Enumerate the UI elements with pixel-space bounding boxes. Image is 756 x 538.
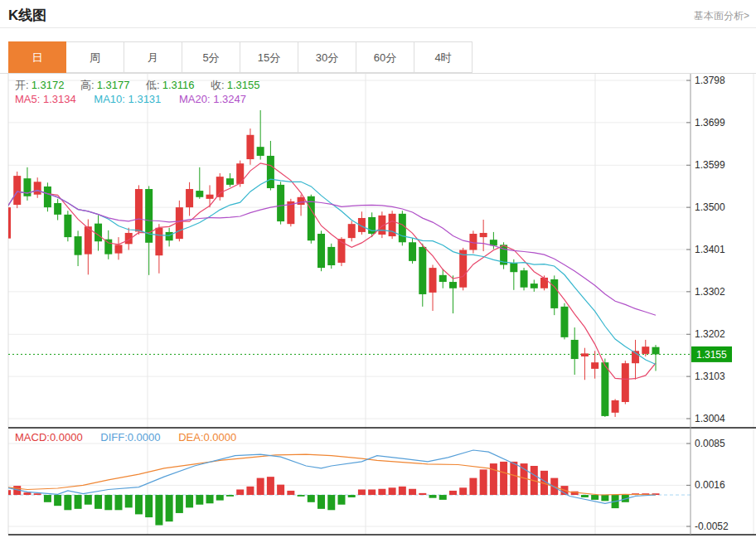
macd-legend: MACD:0.0000 DIFF:0.0000 DEA:0.0000	[15, 431, 251, 443]
title-divider	[0, 27, 756, 28]
axis-tick-label: 1.3798	[695, 75, 725, 86]
macd-bar	[34, 493, 41, 495]
axis-tick-label: -0.0052	[695, 521, 729, 532]
axis-tick-label: 0.0016	[695, 479, 725, 491]
candle-body	[327, 247, 335, 265]
macd-bar	[480, 469, 487, 495]
candle-body	[13, 176, 21, 205]
candle-body	[601, 362, 608, 416]
macd-bar	[409, 489, 416, 495]
macd-bar	[358, 489, 366, 495]
tab-15min[interactable]: 15分	[240, 41, 298, 73]
macd-bar	[378, 489, 385, 495]
macd-bar	[399, 487, 406, 495]
macd-bar	[3, 490, 11, 495]
axis-tick-label: 1.3004	[695, 413, 725, 424]
macd-bar	[308, 495, 315, 502]
macd-bar	[601, 495, 608, 501]
axis-tick-label: 1.3202	[695, 328, 725, 340]
macd-bar	[368, 489, 376, 495]
tab-week[interactable]: 周	[66, 41, 124, 73]
macd-bar	[337, 495, 345, 505]
macd-bar	[44, 495, 51, 502]
axis-tick-label: 1.3302	[695, 286, 725, 298]
macd-bar	[226, 495, 234, 497]
candle-body	[419, 247, 426, 294]
candle-body	[480, 233, 487, 237]
macd-bar	[246, 487, 254, 495]
dea-value-legend: DEA:0.0000	[178, 431, 236, 443]
candle-body	[94, 224, 102, 242]
candle-body	[439, 275, 447, 282]
close-value: 1.3155	[227, 79, 260, 91]
macd-bar	[114, 495, 122, 510]
candle-body	[622, 363, 629, 402]
candle-body	[317, 234, 325, 268]
candle-body	[612, 400, 619, 413]
macd-bar	[206, 495, 214, 503]
candle-body	[135, 189, 143, 231]
macd-bar	[439, 495, 447, 500]
candles-layer	[3, 110, 660, 417]
candle-body	[540, 278, 548, 288]
candle-body	[348, 224, 356, 238]
macd-bar	[176, 495, 183, 513]
macd-bar	[459, 487, 467, 495]
candle-body	[155, 228, 162, 255]
ma10-legend: MA10: 1.3131	[94, 93, 161, 105]
candle-body	[34, 182, 41, 194]
period-tabbar: 日 周 月 5分 15分 30分 60分 4时	[8, 41, 472, 73]
candle-body	[226, 178, 234, 185]
axis-tick-label: 0.0085	[695, 438, 725, 449]
candle-body	[399, 214, 406, 242]
candle-body	[642, 347, 649, 354]
tab-day[interactable]: 日	[8, 41, 66, 73]
macd-bar	[155, 495, 162, 525]
ma5-legend: MA5: 1.3134	[15, 93, 76, 105]
ohlc-legend: 开:1.3172 高:1.3177 低:1.3116 收:1.3155	[15, 78, 273, 93]
macd-bar	[104, 495, 112, 510]
tab-4hour[interactable]: 4时	[414, 41, 472, 73]
candle-body	[308, 196, 315, 240]
candle-body	[510, 263, 517, 272]
candle-body	[114, 245, 122, 253]
macd-bar	[186, 495, 193, 507]
macd-histogram	[3, 462, 660, 526]
tab-5min[interactable]: 5分	[182, 41, 240, 73]
candle-body	[246, 135, 254, 159]
axis-tick-label: 1.3699	[695, 117, 725, 128]
axis-tick-label: 1.3103	[695, 371, 725, 382]
high-label: 高:	[80, 79, 94, 91]
high-value: 1.3177	[97, 79, 130, 91]
candle-body	[85, 226, 92, 254]
open-label: 开:	[15, 79, 29, 91]
candle-body	[560, 307, 568, 337]
macd-bar	[267, 477, 274, 495]
macd-bar	[196, 495, 203, 505]
candle-body	[429, 268, 437, 293]
candle-body	[267, 156, 274, 188]
current-price-badge: 1.3155	[691, 347, 732, 362]
candle-body	[104, 240, 112, 254]
tab-month[interactable]: 月	[124, 41, 182, 73]
candle-body	[206, 195, 214, 199]
macd-bar	[125, 495, 133, 507]
macd-bar	[94, 495, 102, 509]
candle-body	[591, 362, 598, 369]
macd-bar	[54, 495, 61, 506]
candle-body	[166, 232, 173, 240]
macd-bar	[23, 492, 31, 495]
fundamental-analysis-link[interactable]: 基本面分析>	[694, 9, 749, 23]
candle-body	[3, 207, 11, 239]
tab-60min[interactable]: 60分	[356, 41, 414, 73]
macd-bar	[166, 495, 173, 521]
diff-value-legend: DIFF:0.0000	[100, 431, 160, 443]
close-label: 收:	[211, 79, 225, 91]
candle-body	[531, 284, 538, 288]
candle-body	[236, 163, 244, 184]
grid-layer	[8, 73, 754, 535]
macd-bar	[449, 491, 457, 495]
tab-30min[interactable]: 30分	[298, 41, 356, 73]
candle-body	[409, 242, 416, 261]
macd-bar	[429, 495, 437, 498]
